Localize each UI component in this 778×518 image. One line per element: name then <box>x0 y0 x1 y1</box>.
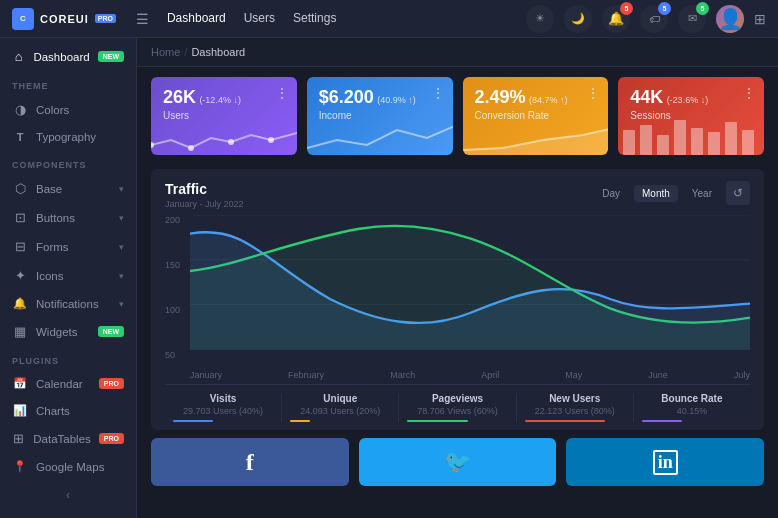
forms-arrow: ▾ <box>119 242 124 252</box>
stat-value-users: 26K (-12.4% ↓) <box>163 87 285 108</box>
sidebar-item-widgets[interactable]: ▦ Widgets NEW <box>0 317 136 346</box>
breadcrumb: Home / Dashboard <box>137 38 778 67</box>
messages-btn[interactable]: ✉ 5 <box>678 5 706 33</box>
moon-icon-btn[interactable]: 🌙 <box>564 5 592 33</box>
dashboard-new-badge: NEW <box>98 51 124 62</box>
colors-icon: ◑ <box>12 102 28 117</box>
tag-badge: 5 <box>658 2 671 15</box>
tags-btn[interactable]: 🏷 5 <box>640 5 668 33</box>
stat-card-menu-sessions[interactable]: ⋮ <box>742 85 756 101</box>
svg-rect-11 <box>708 132 720 155</box>
traffic-stat-bouncerate: Bounce Rate 40.15% <box>634 393 750 422</box>
icons-icon: ✦ <box>12 268 28 283</box>
ts-label-unique: Unique <box>290 393 390 404</box>
time-btn-year[interactable]: Year <box>684 185 720 202</box>
hamburger-icon[interactable]: ☰ <box>136 11 149 27</box>
sidebar-item-googlemaps[interactable]: 📍 Google Maps <box>0 453 136 480</box>
stats-row: ⋮ 26K (-12.4% ↓) Users ⋮ <box>137 67 778 165</box>
content-area: Home / Dashboard ⋮ 26K (-12.4% ↓) Users <box>137 38 778 518</box>
sidebar-item-typography[interactable]: T Typography <box>0 124 136 150</box>
sidebar-item-forms[interactable]: ⊟ Forms ▾ <box>0 232 136 261</box>
icons-arrow: ▾ <box>119 271 124 281</box>
x-label-mar: March <box>390 370 415 380</box>
ts-bar-unique <box>290 420 310 422</box>
sidebar-item-colors[interactable]: ◑ Colors <box>0 95 136 124</box>
top-navbar: C COREUI PRO ☰ Dashboard Users Settings … <box>0 0 778 38</box>
traffic-chart-area: 200 150 100 50 <box>165 215 750 380</box>
avatar[interactable]: 👤 <box>716 5 744 33</box>
x-label-may: May <box>565 370 582 380</box>
svg-rect-7 <box>640 125 652 155</box>
datatables-icon: ⊞ <box>12 431 25 446</box>
traffic-title-group: Traffic January - July 2022 <box>165 181 244 209</box>
nav-link-settings[interactable]: Settings <box>293 11 336 27</box>
sidebar-collapse-btn[interactable]: ‹ <box>0 480 136 510</box>
grid-icon[interactable]: ⊞ <box>754 11 766 27</box>
nav-link-users[interactable]: Users <box>244 11 275 27</box>
logo-pro-badge: PRO <box>95 14 116 23</box>
sidebar-item-calendar[interactable]: 📅 Calendar PRO <box>0 370 136 397</box>
sidebar-item-base[interactable]: ⬡ Base ▾ <box>0 174 136 203</box>
avatar-img: 👤 <box>718 7 743 31</box>
sidebar-label-base: Base <box>36 183 111 195</box>
logo: C COREUI PRO <box>12 8 116 30</box>
svg-point-1 <box>188 145 194 151</box>
facebook-icon: f <box>246 449 254 476</box>
time-btn-day[interactable]: Day <box>594 185 628 202</box>
y-label-150: 150 <box>165 260 190 270</box>
sidebar-item-charts[interactable]: 📊 Charts <box>0 397 136 424</box>
sidebar-label-icons: Icons <box>36 270 111 282</box>
collapse-icon: ‹ <box>66 488 70 502</box>
stat-value-income: $6.200 (40.9% ↑) <box>319 87 441 108</box>
breadcrumb-home[interactable]: Home <box>151 46 180 58</box>
traffic-stat-pageviews: Pageviews 78.706 Views (60%) <box>399 393 516 422</box>
sidebar-item-dashboard[interactable]: ⌂ Dashboard NEW <box>0 42 136 71</box>
sidebar-label-buttons: Buttons <box>36 212 111 224</box>
svg-rect-9 <box>674 120 686 155</box>
ts-value-bouncerate: 40.15% <box>642 406 742 416</box>
svg-marker-5 <box>463 128 609 155</box>
stat-value-sessions: 44K (-23.6% ↓) <box>630 87 752 108</box>
breadcrumb-current: Dashboard <box>191 46 245 58</box>
ts-value-visits: 29.703 Users (40%) <box>173 406 273 416</box>
sidebar-label-datatables: DataTables <box>33 433 91 445</box>
traffic-controls: Day Month Year ↺ <box>594 181 750 205</box>
stat-card-menu-income[interactable]: ⋮ <box>431 85 445 101</box>
social-card-facebook[interactable]: f <box>151 438 349 486</box>
googlemaps-icon: 📍 <box>12 460 28 473</box>
ts-bar-newusers <box>525 420 605 422</box>
buttons-icon: ⊡ <box>12 210 28 225</box>
refresh-btn[interactable]: ↺ <box>726 181 750 205</box>
ts-value-newusers: 22.123 Users (80%) <box>525 406 625 416</box>
time-btn-month[interactable]: Month <box>634 185 678 202</box>
stat-card-menu-conversion[interactable]: ⋮ <box>586 85 600 101</box>
message-icon: ✉ <box>688 12 697 25</box>
traffic-header: Traffic January - July 2022 Day Month Ye… <box>165 181 750 209</box>
refresh-icon: ↺ <box>733 186 743 200</box>
y-label-200: 200 <box>165 215 190 225</box>
linkedin-icon: in <box>653 450 678 475</box>
sidebar-item-notifications[interactable]: 🔔 Notifications ▾ <box>0 290 136 317</box>
svg-point-0 <box>151 142 154 148</box>
theme-section-label: ThemE <box>0 71 136 95</box>
social-card-linkedin[interactable]: in <box>566 438 764 486</box>
nav-link-dashboard[interactable]: Dashboard <box>167 11 226 27</box>
social-card-twitter[interactable]: 🐦 <box>359 438 557 486</box>
sidebar-item-datatables[interactable]: ⊞ DataTables PRO <box>0 424 136 453</box>
tag-icon: 🏷 <box>649 13 660 25</box>
stat-card-menu-users[interactable]: ⋮ <box>275 85 289 101</box>
sidebar-item-buttons[interactable]: ⊡ Buttons ▾ <box>0 203 136 232</box>
notifications-btn[interactable]: 🔔 5 <box>602 5 630 33</box>
ts-bar-visits <box>173 420 213 422</box>
sidebar-label-dashboard: Dashboard <box>33 51 89 63</box>
traffic-stats: Visits 29.703 Users (40%) Unique 24.093 … <box>165 384 750 422</box>
sidebar-label-googlemaps: Google Maps <box>36 461 124 473</box>
sun-icon-btn[interactable]: ☀ <box>526 5 554 33</box>
notifications-arrow: ▾ <box>119 299 124 309</box>
svg-rect-10 <box>691 128 703 155</box>
stat-card-conversion: ⋮ 2.49% (84.7% ↑) Conversion Rate <box>463 77 609 155</box>
main-layout: ⌂ Dashboard NEW ThemE ◑ Colors T Typogra… <box>0 38 778 518</box>
stat-chart-conversion <box>463 110 609 155</box>
stat-value-conversion: 2.49% (84.7% ↑) <box>475 87 597 108</box>
sidebar-item-icons[interactable]: ✦ Icons ▾ <box>0 261 136 290</box>
